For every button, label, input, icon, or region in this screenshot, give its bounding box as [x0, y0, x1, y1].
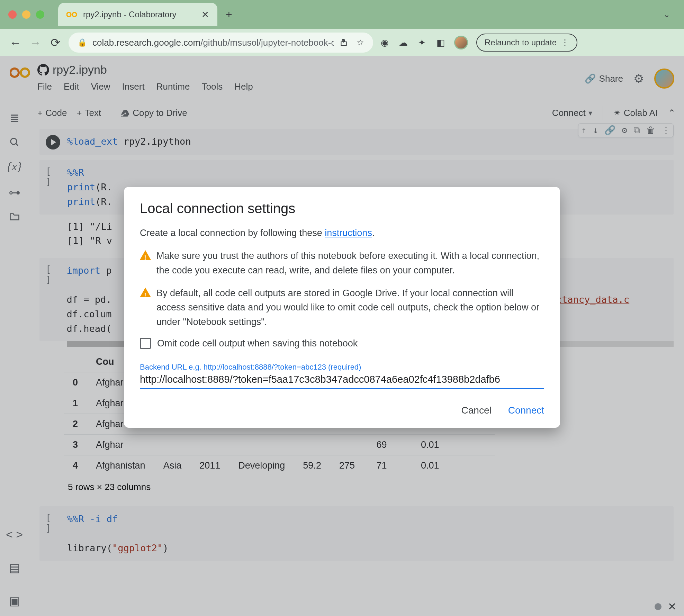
omnibox[interactable]: 🔒 colab.research.google.com/github/msuso…	[69, 33, 373, 53]
warning-icon	[140, 288, 151, 297]
profile-avatar[interactable]	[454, 36, 468, 49]
backend-url-input[interactable]	[140, 372, 544, 389]
reload-button[interactable]: ⟳	[48, 36, 62, 49]
tab-title: rpy2.ipynb - Colaboratory	[83, 10, 196, 19]
omit-label: Omit code cell output when saving this n…	[157, 338, 358, 349]
omit-output-option[interactable]: Omit code cell output when saving this n…	[140, 338, 544, 349]
relaunch-button[interactable]: Relaunch to update ⋮	[476, 34, 577, 52]
extension-icon[interactable]: ☁	[398, 37, 408, 48]
window-minimize-button[interactable]	[22, 10, 30, 19]
lock-icon: 🔒	[78, 38, 87, 47]
url-path: /github/msusol/jupyter-notebook-on-…	[200, 37, 334, 48]
cancel-button[interactable]: Cancel	[461, 405, 492, 416]
checkbox[interactable]	[140, 338, 151, 349]
warning-text: By default, all code cell outputs are st…	[156, 286, 544, 330]
extensions-puzzle-icon[interactable]: ✦	[417, 37, 427, 48]
share-url-icon[interactable]	[339, 38, 348, 47]
window-controls	[8, 10, 44, 19]
backend-url-label: Backend URL e.g. http://localhost:8888/?…	[140, 363, 544, 372]
instructions-link[interactable]: instructions	[325, 228, 372, 238]
dialog-intro: Create a local connection by following t…	[140, 226, 544, 241]
extensions-area: ◉ ☁ ✦ ◧ Relaunch to update ⋮	[379, 34, 577, 52]
colab-favicon	[66, 9, 78, 20]
url-text: colab.research.google.com/github/msusol/…	[92, 37, 334, 48]
window-zoom-button[interactable]	[36, 10, 44, 19]
tab-close-icon[interactable]: ✕	[201, 9, 209, 20]
sidepanel-icon[interactable]: ◧	[435, 37, 446, 48]
url-host: colab.research.google.com	[92, 37, 200, 48]
bookmark-star-icon[interactable]: ☆	[357, 38, 364, 47]
svg-point-0	[67, 12, 71, 17]
kebab-icon: ⋮	[561, 38, 569, 47]
back-button[interactable]: ←	[8, 36, 22, 49]
tabs-overflow-icon[interactable]: ⌄	[663, 10, 670, 19]
relaunch-label: Relaunch to update	[485, 38, 557, 47]
window-close-button[interactable]	[8, 10, 17, 19]
warning-icon	[140, 250, 151, 260]
connect-button[interactable]: Connect	[508, 405, 544, 416]
local-connection-dialog: Local connection settings Create a local…	[124, 187, 560, 428]
dialog-intro-text: .	[372, 228, 375, 238]
warning-text: Make sure you trust the authors of this …	[156, 249, 544, 278]
dialog-title: Local connection settings	[140, 201, 544, 216]
warning-paragraph: Make sure you trust the authors of this …	[140, 249, 544, 278]
address-bar: ← → ⟳ 🔒 colab.research.google.com/github…	[0, 29, 684, 56]
svg-point-1	[72, 12, 76, 17]
forward-button[interactable]: →	[28, 36, 42, 49]
extension-icon[interactable]: ◉	[379, 37, 390, 48]
tab-bar: rpy2.ipynb - Colaboratory ✕ + ⌄	[0, 0, 684, 29]
browser-tab[interactable]: rpy2.ipynb - Colaboratory ✕	[58, 3, 217, 26]
dialog-intro-text: Create a local connection by following t…	[140, 228, 325, 238]
new-tab-button[interactable]: +	[226, 8, 232, 21]
warning-paragraph: By default, all code cell outputs are st…	[140, 286, 544, 330]
